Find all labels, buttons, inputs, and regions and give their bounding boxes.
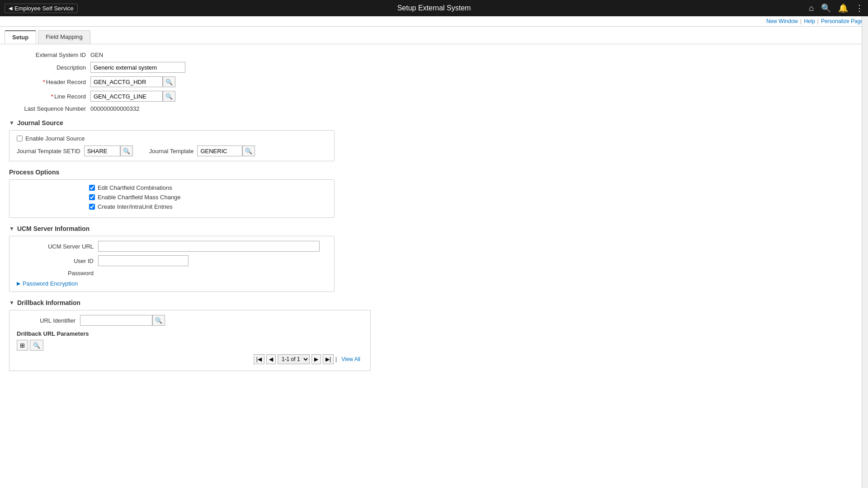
home-icon[interactable]: ⌂ [809, 4, 814, 13]
ucm-server-box: UCM Server URL User ID Password ▶ Passwo… [9, 236, 335, 292]
journal-template-setid-field: 🔍 [84, 145, 133, 156]
prev-page-button[interactable]: ◀ [266, 354, 276, 364]
external-system-id-label: External System ID [9, 52, 86, 58]
drillback-box: URL Identifier 🔍 Drillback URL Parameter… [9, 310, 371, 371]
journal-template-setid-label: Journal Template SETID [17, 148, 80, 155]
user-id-input[interactable] [98, 255, 189, 266]
back-chevron-icon: ◀ [9, 5, 12, 11]
tab-field-mapping[interactable]: Field Mapping [38, 30, 90, 44]
password-encrypt-label: Password Encryption [23, 280, 78, 287]
ucm-server-url-input[interactable] [98, 241, 320, 252]
ucm-server-url-row: UCM Server URL [17, 241, 327, 252]
grid-toolbar-button[interactable]: ⊞ [17, 340, 28, 351]
help-link[interactable]: Help [804, 18, 815, 24]
enable-journal-source-checkbox[interactable] [17, 136, 23, 141]
ucm-server-toggle-icon: ▼ [9, 225, 14, 232]
new-window-link[interactable]: New Window [766, 18, 798, 24]
journal-template-label: Journal Template [149, 148, 194, 155]
search-icon[interactable]: 🔍 [821, 3, 831, 13]
external-system-id-value: GEN [90, 52, 103, 58]
url-identifier-field: 🔍 [80, 315, 165, 326]
back-button[interactable]: ◀ Employee Self Service [5, 4, 78, 13]
journal-template-search-button[interactable]: 🔍 [242, 145, 255, 156]
edit-chartfield-checkbox[interactable] [89, 185, 95, 191]
enable-journal-source-row: Enable Journal Source [17, 135, 327, 142]
line-record-input[interactable] [90, 91, 163, 102]
enable-mass-change-checkbox[interactable] [89, 194, 95, 200]
description-label: Description [9, 64, 86, 71]
top-bar: ◀ Employee Self Service Setup External S… [0, 0, 868, 16]
process-options-inner: Edit Chartfield Combinations Enable Char… [17, 184, 327, 210]
create-inter-row: Create Inter/IntraUnit Entries [89, 203, 327, 210]
url-identifier-row: URL Identifier 🔍 [17, 315, 363, 326]
drillback-title: Drillback Information [17, 299, 80, 306]
line-record-search-button[interactable]: 🔍 [163, 91, 175, 102]
journal-source-box: Enable Journal Source Journal Template S… [9, 130, 335, 161]
journal-source-header[interactable]: ▼ Journal Source [9, 119, 398, 127]
url-identifier-input[interactable] [80, 315, 152, 326]
description-input[interactable] [90, 62, 185, 73]
description-row: Description [9, 62, 398, 73]
journal-template-setid-input[interactable] [84, 145, 120, 156]
edit-chartfield-label: Edit Chartfield Combinations [98, 184, 172, 191]
line-record-row: Line Record 🔍 [9, 91, 398, 102]
ucm-server-title: UCM Server Information [17, 225, 90, 232]
enable-mass-change-row: Enable Chartfield Mass Change [89, 194, 327, 201]
ucm-server-header[interactable]: ▼ UCM Server Information [9, 225, 398, 232]
first-page-button[interactable]: |◀ [254, 354, 264, 364]
drillback-toggle-icon: ▼ [9, 300, 14, 306]
tabs-container: Setup Field Mapping [0, 27, 868, 44]
header-record-search-button[interactable]: 🔍 [163, 76, 175, 87]
top-bar-icons: ⌂ 🔍 🔔 ⋮ [809, 3, 863, 13]
last-seq-label: Last Sequence Number [9, 105, 86, 112]
journal-template-setid-search-button[interactable]: 🔍 [120, 145, 133, 156]
user-id-label: User ID [17, 258, 94, 264]
journal-template-row: Journal Template SETID 🔍 Journal Templat… [17, 145, 327, 156]
journal-template-input[interactable] [197, 145, 242, 156]
main-content: External System ID GEN Description Heade… [0, 44, 407, 378]
last-seq-row: Last Sequence Number 000000000000332 [9, 105, 398, 112]
journal-source-title: Journal Source [17, 119, 63, 127]
edit-chartfield-row: Edit Chartfield Combinations [89, 184, 327, 191]
line-record-field: 🔍 [90, 91, 175, 102]
user-id-row: User ID [17, 255, 327, 266]
password-row: Password [17, 270, 327, 277]
personalize-link[interactable]: Personalize Page [821, 18, 863, 24]
create-inter-checkbox[interactable] [89, 204, 95, 210]
header-record-field: 🔍 [90, 76, 175, 87]
ucm-server-url-label: UCM Server URL [17, 243, 94, 250]
line-record-label: Line Record [9, 93, 86, 100]
header-record-label: Header Record [9, 79, 86, 85]
search-toolbar-button[interactable]: 🔍 [30, 340, 43, 351]
last-seq-value: 000000000000332 [90, 105, 139, 112]
process-options-header: Process Options [9, 169, 398, 176]
password-label: Password [17, 270, 94, 277]
external-system-id-row: External System ID GEN [9, 52, 398, 58]
more-menu-icon[interactable]: ⋮ [855, 3, 863, 13]
pagination-bar: |◀ ◀ 1-1 of 1 ▶ ▶| | View All [17, 352, 363, 366]
header-record-row: Header Record 🔍 [9, 76, 398, 87]
view-all-link[interactable]: View All [341, 356, 360, 362]
journal-template-field: 🔍 [197, 145, 255, 156]
password-encrypt-expand-icon: ▶ [17, 281, 20, 286]
back-label: Employee Self Service [14, 5, 74, 12]
last-page-button[interactable]: ▶| [323, 354, 334, 364]
drillback-header[interactable]: ▼ Drillback Information [9, 299, 398, 306]
process-options-title: Process Options [9, 169, 59, 176]
create-inter-label: Create Inter/IntraUnit Entries [98, 203, 172, 210]
drillback-toolbar: ⊞ 🔍 [17, 340, 363, 351]
tab-setup[interactable]: Setup [5, 30, 36, 44]
header-record-input[interactable] [90, 76, 163, 87]
page-title: Setup External System [397, 4, 471, 12]
password-encryption-header[interactable]: ▶ Password Encryption [17, 280, 327, 287]
bell-icon[interactable]: 🔔 [838, 3, 848, 13]
url-identifier-search-button[interactable]: 🔍 [152, 315, 165, 326]
page-select[interactable]: 1-1 of 1 [278, 354, 310, 364]
next-page-button[interactable]: ▶ [311, 354, 321, 364]
scrollbar[interactable] [862, 16, 868, 378]
process-options-box: Edit Chartfield Combinations Enable Char… [9, 179, 335, 218]
url-identifier-label: URL Identifier [17, 317, 75, 324]
url-params-label: Drillback URL Parameters [17, 330, 363, 337]
enable-mass-change-label: Enable Chartfield Mass Change [98, 194, 181, 201]
journal-source-toggle-icon: ▼ [9, 120, 14, 126]
